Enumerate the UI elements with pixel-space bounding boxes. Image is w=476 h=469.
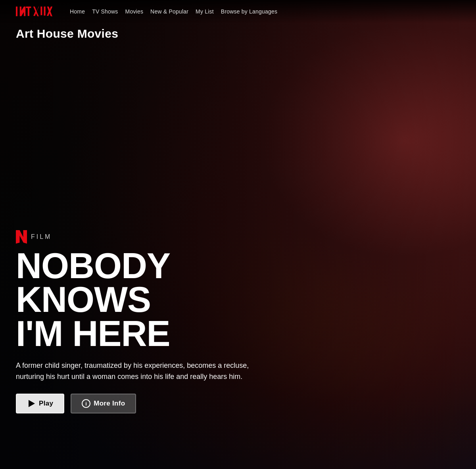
- movie-title-line3: I'M HERE: [16, 317, 270, 351]
- movie-title-line1: NOBODY: [16, 249, 270, 283]
- play-button[interactable]: Play: [16, 394, 64, 413]
- netflix-n-icon: [16, 230, 27, 244]
- play-button-label: Play: [39, 400, 53, 407]
- nav-item-browse-languages[interactable]: Browse by Languages: [221, 8, 277, 15]
- nav-link-browse-languages[interactable]: Browse by Languages: [221, 8, 277, 15]
- nav-link-home[interactable]: Home: [70, 8, 85, 15]
- movie-title: NOBODY KNOWS I'M HERE: [16, 249, 270, 351]
- nav-link-my-list[interactable]: My List: [196, 8, 214, 15]
- film-badge-label: FILM: [31, 233, 52, 240]
- movie-content: FILM NOBODY KNOWS I'M HERE A former chil…: [16, 230, 270, 413]
- play-icon: [27, 399, 36, 408]
- netflix-film-badge: FILM: [16, 230, 270, 244]
- nav-item-movies[interactable]: Movies: [125, 8, 144, 15]
- nav-item-new-popular[interactable]: New & Popular: [150, 8, 188, 15]
- page-title: Art House Movies: [16, 27, 118, 40]
- nav-link-movies[interactable]: Movies: [125, 8, 144, 15]
- nav-link-tv-shows[interactable]: TV Shows: [92, 8, 118, 15]
- info-icon: i: [82, 399, 90, 408]
- movie-description: A former child singer, traumatized by hi…: [16, 360, 270, 383]
- navbar: Home TV Shows Movies New & Popular My Li…: [0, 0, 476, 23]
- more-info-button-label: More Info: [94, 400, 125, 407]
- movie-title-line2: KNOWS: [16, 283, 270, 317]
- action-buttons: Play i More Info: [16, 394, 270, 413]
- nav-link-new-popular[interactable]: New & Popular: [150, 8, 188, 15]
- hero-banner: Art House Movies FILM NOBODY KNOWS I'M H…: [0, 0, 476, 469]
- nav-links: Home TV Shows Movies New & Popular My Li…: [70, 8, 277, 15]
- nav-item-tv-shows[interactable]: TV Shows: [92, 8, 118, 15]
- play-triangle-icon: [29, 400, 35, 407]
- nav-item-my-list[interactable]: My List: [196, 8, 214, 15]
- nav-item-home[interactable]: Home: [70, 8, 85, 15]
- more-info-button[interactable]: i More Info: [71, 394, 136, 413]
- netflix-logo[interactable]: [16, 6, 52, 17]
